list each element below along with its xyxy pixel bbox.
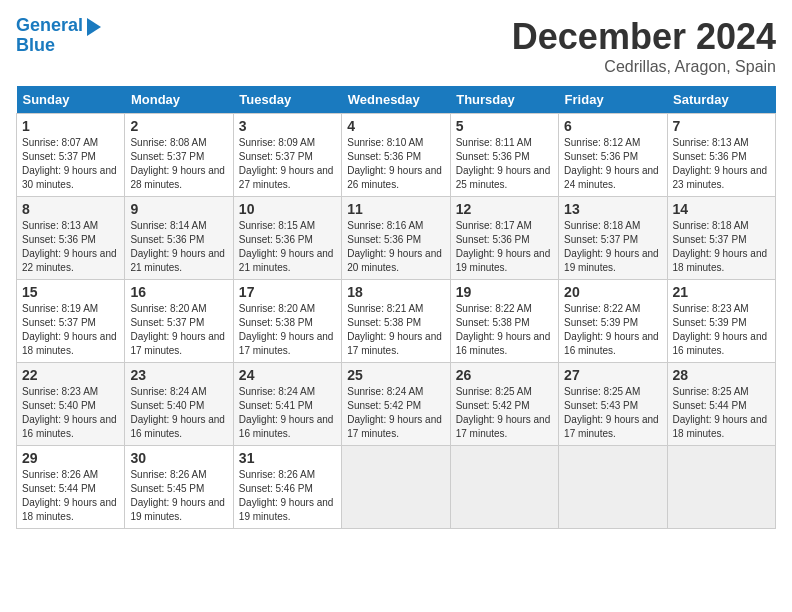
- day-number: 30: [130, 450, 227, 466]
- day-number: 25: [347, 367, 444, 383]
- calendar-week-row: 8Sunrise: 8:13 AMSunset: 5:36 PMDaylight…: [17, 197, 776, 280]
- calendar-cell: [559, 446, 667, 529]
- calendar-cell: 3Sunrise: 8:09 AMSunset: 5:37 PMDaylight…: [233, 114, 341, 197]
- day-number: 19: [456, 284, 553, 300]
- calendar-cell: 29Sunrise: 8:26 AMSunset: 5:44 PMDayligh…: [17, 446, 125, 529]
- calendar-week-row: 1Sunrise: 8:07 AMSunset: 5:37 PMDaylight…: [17, 114, 776, 197]
- calendar-cell: 26Sunrise: 8:25 AMSunset: 5:42 PMDayligh…: [450, 363, 558, 446]
- day-number: 6: [564, 118, 661, 134]
- calendar-cell: 9Sunrise: 8:14 AMSunset: 5:36 PMDaylight…: [125, 197, 233, 280]
- calendar-cell: 16Sunrise: 8:20 AMSunset: 5:37 PMDayligh…: [125, 280, 233, 363]
- day-info: Sunrise: 8:07 AMSunset: 5:37 PMDaylight:…: [22, 136, 119, 192]
- calendar-cell: 12Sunrise: 8:17 AMSunset: 5:36 PMDayligh…: [450, 197, 558, 280]
- day-info: Sunrise: 8:26 AMSunset: 5:44 PMDaylight:…: [22, 468, 119, 524]
- calendar-cell: 20Sunrise: 8:22 AMSunset: 5:39 PMDayligh…: [559, 280, 667, 363]
- calendar-cell: 22Sunrise: 8:23 AMSunset: 5:40 PMDayligh…: [17, 363, 125, 446]
- day-info: Sunrise: 8:13 AMSunset: 5:36 PMDaylight:…: [673, 136, 770, 192]
- col-header-thursday: Thursday: [450, 86, 558, 114]
- day-info: Sunrise: 8:08 AMSunset: 5:37 PMDaylight:…: [130, 136, 227, 192]
- col-header-friday: Friday: [559, 86, 667, 114]
- day-info: Sunrise: 8:25 AMSunset: 5:42 PMDaylight:…: [456, 385, 553, 441]
- day-info: Sunrise: 8:16 AMSunset: 5:36 PMDaylight:…: [347, 219, 444, 275]
- calendar-cell: 17Sunrise: 8:20 AMSunset: 5:38 PMDayligh…: [233, 280, 341, 363]
- page-header: General Blue December 2024 Cedrillas, Ar…: [16, 16, 776, 76]
- calendar-cell: 6Sunrise: 8:12 AMSunset: 5:36 PMDaylight…: [559, 114, 667, 197]
- calendar-cell: 10Sunrise: 8:15 AMSunset: 5:36 PMDayligh…: [233, 197, 341, 280]
- calendar-cell: 30Sunrise: 8:26 AMSunset: 5:45 PMDayligh…: [125, 446, 233, 529]
- day-number: 5: [456, 118, 553, 134]
- day-number: 7: [673, 118, 770, 134]
- logo-text-line1: General: [16, 16, 83, 36]
- calendar-week-row: 22Sunrise: 8:23 AMSunset: 5:40 PMDayligh…: [17, 363, 776, 446]
- day-info: Sunrise: 8:24 AMSunset: 5:42 PMDaylight:…: [347, 385, 444, 441]
- calendar-cell: [450, 446, 558, 529]
- day-info: Sunrise: 8:19 AMSunset: 5:37 PMDaylight:…: [22, 302, 119, 358]
- day-info: Sunrise: 8:25 AMSunset: 5:43 PMDaylight:…: [564, 385, 661, 441]
- day-info: Sunrise: 8:11 AMSunset: 5:36 PMDaylight:…: [456, 136, 553, 192]
- day-number: 10: [239, 201, 336, 217]
- day-number: 9: [130, 201, 227, 217]
- calendar-cell: 21Sunrise: 8:23 AMSunset: 5:39 PMDayligh…: [667, 280, 775, 363]
- col-header-saturday: Saturday: [667, 86, 775, 114]
- day-number: 27: [564, 367, 661, 383]
- day-number: 24: [239, 367, 336, 383]
- title-block: December 2024 Cedrillas, Aragon, Spain: [512, 16, 776, 76]
- calendar-cell: 23Sunrise: 8:24 AMSunset: 5:40 PMDayligh…: [125, 363, 233, 446]
- day-info: Sunrise: 8:22 AMSunset: 5:38 PMDaylight:…: [456, 302, 553, 358]
- month-title: December 2024: [512, 16, 776, 58]
- calendar-cell: 4Sunrise: 8:10 AMSunset: 5:36 PMDaylight…: [342, 114, 450, 197]
- logo-arrow-icon: [87, 18, 101, 36]
- day-info: Sunrise: 8:24 AMSunset: 5:41 PMDaylight:…: [239, 385, 336, 441]
- day-info: Sunrise: 8:26 AMSunset: 5:46 PMDaylight:…: [239, 468, 336, 524]
- calendar-cell: 27Sunrise: 8:25 AMSunset: 5:43 PMDayligh…: [559, 363, 667, 446]
- calendar-cell: 8Sunrise: 8:13 AMSunset: 5:36 PMDaylight…: [17, 197, 125, 280]
- day-number: 23: [130, 367, 227, 383]
- day-number: 13: [564, 201, 661, 217]
- calendar-cell: 13Sunrise: 8:18 AMSunset: 5:37 PMDayligh…: [559, 197, 667, 280]
- day-number: 8: [22, 201, 119, 217]
- calendar-cell: 2Sunrise: 8:08 AMSunset: 5:37 PMDaylight…: [125, 114, 233, 197]
- day-info: Sunrise: 8:10 AMSunset: 5:36 PMDaylight:…: [347, 136, 444, 192]
- col-header-sunday: Sunday: [17, 86, 125, 114]
- day-number: 1: [22, 118, 119, 134]
- day-number: 20: [564, 284, 661, 300]
- day-number: 18: [347, 284, 444, 300]
- day-number: 31: [239, 450, 336, 466]
- day-info: Sunrise: 8:18 AMSunset: 5:37 PMDaylight:…: [564, 219, 661, 275]
- col-header-monday: Monday: [125, 86, 233, 114]
- calendar-cell: 18Sunrise: 8:21 AMSunset: 5:38 PMDayligh…: [342, 280, 450, 363]
- day-number: 22: [22, 367, 119, 383]
- day-number: 14: [673, 201, 770, 217]
- day-info: Sunrise: 8:15 AMSunset: 5:36 PMDaylight:…: [239, 219, 336, 275]
- calendar-table: SundayMondayTuesdayWednesdayThursdayFrid…: [16, 86, 776, 529]
- calendar-cell: 5Sunrise: 8:11 AMSunset: 5:36 PMDaylight…: [450, 114, 558, 197]
- calendar-cell: [667, 446, 775, 529]
- location-title: Cedrillas, Aragon, Spain: [512, 58, 776, 76]
- day-number: 15: [22, 284, 119, 300]
- day-info: Sunrise: 8:13 AMSunset: 5:36 PMDaylight:…: [22, 219, 119, 275]
- day-info: Sunrise: 8:17 AMSunset: 5:36 PMDaylight:…: [456, 219, 553, 275]
- calendar-cell: 1Sunrise: 8:07 AMSunset: 5:37 PMDaylight…: [17, 114, 125, 197]
- calendar-week-row: 29Sunrise: 8:26 AMSunset: 5:44 PMDayligh…: [17, 446, 776, 529]
- calendar-cell: 31Sunrise: 8:26 AMSunset: 5:46 PMDayligh…: [233, 446, 341, 529]
- col-header-tuesday: Tuesday: [233, 86, 341, 114]
- logo-text-line2: Blue: [16, 36, 101, 56]
- calendar-cell: 7Sunrise: 8:13 AMSunset: 5:36 PMDaylight…: [667, 114, 775, 197]
- calendar-week-row: 15Sunrise: 8:19 AMSunset: 5:37 PMDayligh…: [17, 280, 776, 363]
- day-number: 17: [239, 284, 336, 300]
- day-number: 26: [456, 367, 553, 383]
- day-number: 4: [347, 118, 444, 134]
- day-info: Sunrise: 8:14 AMSunset: 5:36 PMDaylight:…: [130, 219, 227, 275]
- col-header-wednesday: Wednesday: [342, 86, 450, 114]
- day-number: 11: [347, 201, 444, 217]
- day-number: 21: [673, 284, 770, 300]
- day-number: 16: [130, 284, 227, 300]
- day-info: Sunrise: 8:21 AMSunset: 5:38 PMDaylight:…: [347, 302, 444, 358]
- calendar-cell: 24Sunrise: 8:24 AMSunset: 5:41 PMDayligh…: [233, 363, 341, 446]
- calendar-cell: [342, 446, 450, 529]
- calendar-cell: 28Sunrise: 8:25 AMSunset: 5:44 PMDayligh…: [667, 363, 775, 446]
- calendar-header-row: SundayMondayTuesdayWednesdayThursdayFrid…: [17, 86, 776, 114]
- day-info: Sunrise: 8:23 AMSunset: 5:39 PMDaylight:…: [673, 302, 770, 358]
- day-info: Sunrise: 8:22 AMSunset: 5:39 PMDaylight:…: [564, 302, 661, 358]
- day-info: Sunrise: 8:18 AMSunset: 5:37 PMDaylight:…: [673, 219, 770, 275]
